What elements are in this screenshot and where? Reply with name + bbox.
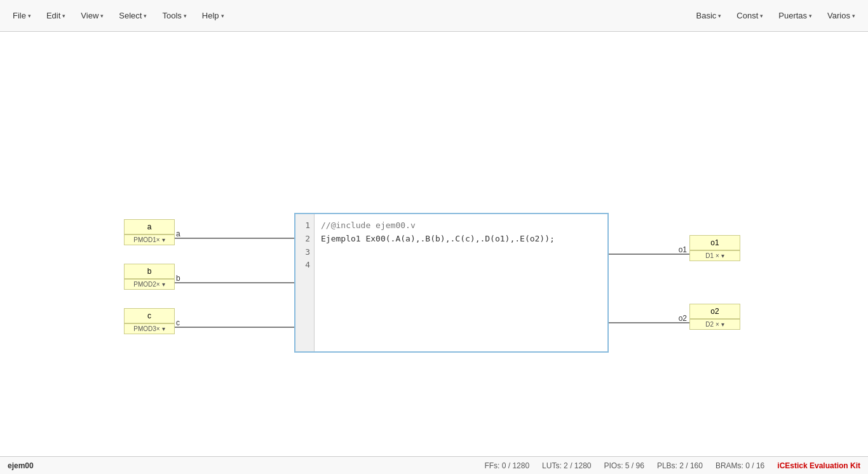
input-select-c[interactable]: PMOD3× ▾ — [124, 323, 175, 334]
menu-arrow-view: ▾ — [100, 13, 104, 19]
output-select-o2[interactable]: D2 × ▾ — [689, 319, 740, 330]
menu-file[interactable]: File▾ — [6, 7, 37, 24]
output-block-o2: o2 D2 × ▾ — [689, 304, 740, 330]
pios-stat: PIOs: 5 / 96 — [604, 461, 644, 470]
brams-stat: BRAMs: 0 / 16 — [715, 461, 764, 470]
canvas: abco1o2 a PMOD1× ▾ b PMOD2× ▾ c PMOD3× ▾… — [0, 32, 868, 456]
output-title-o1: o1 — [689, 235, 740, 250]
menu-arrow-select: ▾ — [144, 13, 147, 19]
svg-text:o1: o1 — [679, 245, 688, 254]
input-block-c: c PMOD3× ▾ — [124, 308, 175, 334]
menu-arrow-tools: ▾ — [184, 13, 187, 19]
menu-help[interactable]: Help▾ — [196, 7, 231, 24]
menu-arrow-puertas: ▾ — [809, 13, 812, 19]
stats: FFs: 0 / 1280 LUTs: 2 / 1280 PIOs: 5 / 9… — [484, 461, 764, 470]
project-name: ejem00 — [8, 461, 34, 470]
code-editor[interactable]: 1234//@include ejem00.vEjemplo1 Ex00(.A(… — [294, 213, 609, 353]
menu-arrow-const: ▾ — [760, 13, 763, 19]
menu-arrow-file: ▾ — [28, 13, 31, 19]
line-numbers: 1234 — [295, 214, 315, 351]
input-title-a: a — [124, 219, 175, 234]
menu-arrow-basic: ▾ — [718, 13, 721, 19]
menu-tools[interactable]: Tools▾ — [156, 7, 193, 24]
input-title-c: c — [124, 308, 175, 323]
input-title-b: b — [124, 264, 175, 279]
code-content[interactable]: //@include ejem00.vEjemplo1 Ex00(.A(a),.… — [315, 214, 607, 351]
menu-const[interactable]: Const▾ — [730, 7, 770, 24]
svg-text:o2: o2 — [679, 314, 688, 323]
plbs-stat: PLBs: 2 / 160 — [657, 461, 703, 470]
menu-puertas[interactable]: Puertas▾ — [772, 7, 818, 24]
menubar: File▾Edit▾View▾Select▾Tools▾Help▾ Basic▾… — [0, 0, 868, 32]
menu-view[interactable]: View▾ — [74, 7, 110, 24]
svg-text:b: b — [176, 274, 180, 283]
output-title-o2: o2 — [689, 304, 740, 319]
menu-edit[interactable]: Edit▾ — [40, 7, 72, 24]
output-select-o1[interactable]: D1 × ▾ — [689, 250, 740, 261]
menu-basic[interactable]: Basic▾ — [690, 7, 728, 24]
menu-varios[interactable]: Varios▾ — [821, 7, 862, 24]
luts-stat: LUTs: 2 / 1280 — [542, 461, 591, 470]
brand-label: iCEstick Evaluation Kit — [777, 461, 860, 470]
statusbar: ejem00 FFs: 0 / 1280 LUTs: 2 / 1280 PIOs… — [0, 456, 868, 474]
input-block-b: b PMOD2× ▾ — [124, 264, 175, 290]
menu-arrow-help: ▾ — [221, 13, 224, 19]
svg-text:c: c — [176, 318, 180, 327]
ffs-stat: FFs: 0 / 1280 — [484, 461, 529, 470]
menu-select[interactable]: Select▾ — [112, 7, 153, 24]
input-block-a: a PMOD1× ▾ — [124, 219, 175, 245]
menu-arrow-varios: ▾ — [852, 13, 855, 19]
input-select-b[interactable]: PMOD2× ▾ — [124, 279, 175, 290]
svg-text:a: a — [176, 229, 180, 238]
output-block-o1: o1 D1 × ▾ — [689, 235, 740, 261]
menu-arrow-edit: ▾ — [62, 13, 65, 19]
input-select-a[interactable]: PMOD1× ▾ — [124, 234, 175, 245]
